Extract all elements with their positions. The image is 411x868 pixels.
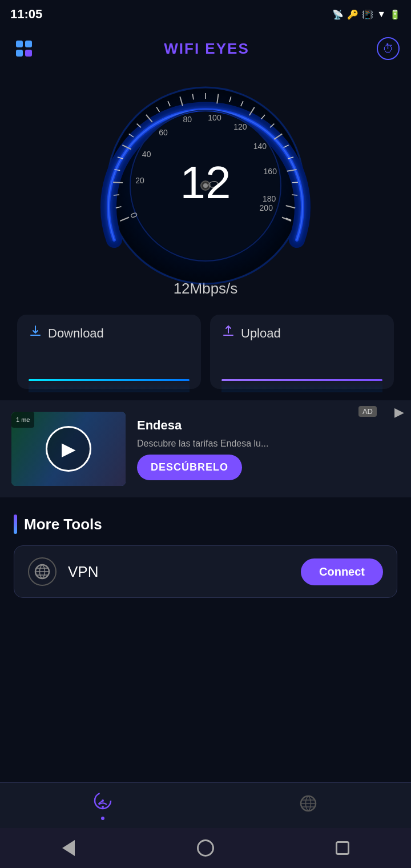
nav-vpn[interactable] <box>281 789 335 822</box>
upload-icon <box>221 325 235 342</box>
svg-point-56 <box>102 806 104 808</box>
grid-icon[interactable] <box>11 36 37 61</box>
svg-text:40: 40 <box>142 150 151 159</box>
nav-active-dot <box>101 817 104 820</box>
svg-point-58 <box>107 806 108 808</box>
vibrate-icon: 📳 <box>362 9 373 20</box>
ad-label: AD <box>358 406 377 417</box>
more-tools-bar-icon <box>14 515 17 534</box>
system-nav <box>0 828 411 868</box>
svg-text:200: 200 <box>260 203 273 212</box>
ad-video-play-button[interactable]: ▶ <box>46 426 91 472</box>
status-time: 11:05 <box>10 7 42 22</box>
ad-brand: Endesa <box>137 418 400 433</box>
svg-line-7 <box>113 182 123 183</box>
vpn-connect-button[interactable]: Connect <box>301 558 383 585</box>
key-icon: 🔑 <box>347 9 358 20</box>
app-title: WIFI EYES <box>164 40 249 58</box>
nav-speedtest[interactable] <box>76 786 130 825</box>
download-label: Download <box>29 325 190 342</box>
upload-card[interactable]: Upload <box>210 315 394 389</box>
upload-label: Upload <box>221 325 382 342</box>
ad-description: Descubre las tarifas Endesa lu... <box>137 439 400 449</box>
svg-text:180: 180 <box>263 194 276 203</box>
ad-content: Endesa Descubre las tarifas Endesa lu...… <box>137 418 400 480</box>
svg-point-55 <box>102 799 104 802</box>
gauge-center: 12 <box>180 160 231 206</box>
svg-point-57 <box>98 806 99 808</box>
svg-text:140: 140 <box>253 142 267 151</box>
vpn-nav-icon <box>299 794 318 817</box>
download-icon <box>29 325 42 342</box>
ad-play-arrow-icon: ▶ <box>394 405 404 420</box>
more-tools-section: More Tools VPN Connect <box>0 497 411 609</box>
svg-line-6 <box>114 195 119 195</box>
download-graph <box>29 379 190 381</box>
status-icons: 📡 🔑 📳 ▼ 🔋 <box>332 9 401 20</box>
ad-cta-button[interactable]: DESCÚBRELO <box>137 455 242 480</box>
vpn-label: VPN <box>68 563 289 581</box>
speedtest-nav-icon <box>93 791 112 814</box>
svg-text:80: 80 <box>183 115 192 124</box>
clock-icon[interactable]: ⏱ <box>377 37 400 60</box>
battery-icon: 🔋 <box>389 9 401 20</box>
svg-line-30 <box>292 195 297 195</box>
bottom-nav <box>0 782 411 828</box>
more-tools-title: More Tools <box>14 515 397 534</box>
app-header: WIFI EYES ⏱ <box>0 29 411 69</box>
ad-thumbnail[interactable]: 1 me ▶ <box>11 412 126 486</box>
speed-cards: Download Upload <box>0 315 411 389</box>
svg-text:120: 120 <box>233 122 247 131</box>
vpn-icon <box>28 557 57 586</box>
home-button[interactable] <box>191 834 220 862</box>
svg-text:160: 160 <box>264 167 277 176</box>
speedometer-area: 0 20 40 60 80 100 120 140 160 180 200 <box>0 69 411 315</box>
back-button[interactable] <box>54 834 83 862</box>
recent-button[interactable] <box>328 834 357 862</box>
vpn-card[interactable]: VPN Connect <box>14 545 397 598</box>
gauge-container: 0 20 40 60 80 100 120 140 160 180 200 <box>86 74 325 291</box>
upload-graph <box>221 379 382 381</box>
speed-value: 12 <box>180 160 231 206</box>
ad-banner[interactable]: ▶ AD 1 me ▶ Endesa Descubre las tarifas … <box>0 400 411 497</box>
status-bar: 11:05 📡 🔑 📳 ▼ 🔋 <box>0 0 411 29</box>
cast-icon: 📡 <box>332 9 344 20</box>
svg-text:100: 100 <box>208 113 221 122</box>
svg-text:20: 20 <box>135 176 144 185</box>
download-card[interactable]: Download <box>17 315 201 389</box>
svg-text:60: 60 <box>159 128 168 137</box>
wifi-icon: ▼ <box>377 9 386 19</box>
